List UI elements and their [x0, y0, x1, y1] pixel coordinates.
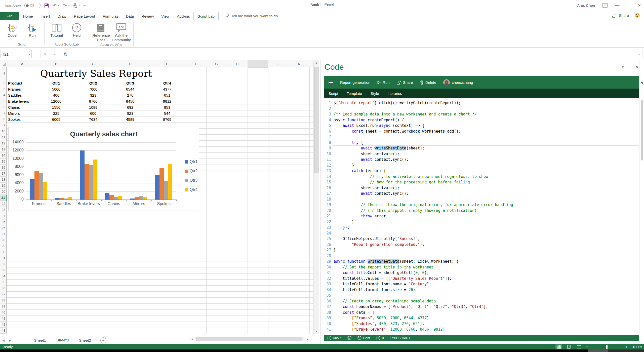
code-line[interactable]: 38 const data = [	[320, 310, 639, 316]
code-text[interactable]: titleCell.format.font.size = 26;	[334, 287, 415, 293]
line-number[interactable]: 28	[320, 253, 331, 259]
code-text[interactable]: async function createReport() {	[334, 117, 404, 123]
cell-C4[interactable]: 323	[75, 92, 112, 98]
run-button[interactable]: Run	[377, 80, 390, 85]
column-header-F[interactable]: F	[186, 60, 207, 67]
code-button[interactable]: {Code	[3, 21, 22, 42]
ribbon-tab-formulas[interactable]: Formulas	[99, 12, 122, 20]
ribbon-tab-add-ins[interactable]: Add-ins	[173, 12, 194, 20]
code-text[interactable]: const titleCell = sheet.getCell(0, 0);	[334, 270, 429, 276]
feedback-smiley-icon[interactable]	[634, 13, 640, 18]
row-header-32[interactable]: 32	[0, 261, 7, 267]
row-header-22[interactable]: 22	[0, 201, 7, 207]
scroll-up-icon[interactable]: ▲	[314, 61, 319, 64]
code-text[interactable]: });	[334, 225, 349, 230]
row-header-3[interactable]: 3	[0, 86, 7, 92]
help-button[interactable]: ?Help	[67, 21, 86, 42]
line-number[interactable]: 13	[320, 168, 331, 174]
code-text[interactable]: await context.sync();	[334, 191, 409, 197]
ribbon-tab-review[interactable]: Review	[138, 12, 157, 20]
line-number[interactable]: 29	[320, 259, 331, 264]
code-line[interactable]: 5 await Excel.run(async (context) => {	[320, 123, 639, 129]
code-text[interactable]: await Excel.run(async (context) => {	[334, 123, 424, 129]
code-line[interactable]: 35	[320, 293, 639, 298]
reference-docs-button[interactable]: Reference Docs	[92, 21, 111, 42]
code-line[interactable]: 16 sheet.activate();	[320, 185, 639, 191]
cell-C2[interactable]: Qtr2	[75, 80, 112, 86]
vscroll-thumb[interactable]	[314, 67, 319, 173]
code-text[interactable]: // Set the report title in the worksheet	[334, 264, 433, 270]
pane-tab-libraries[interactable]: Libraries	[388, 89, 402, 98]
column-header-K[interactable]: K	[289, 60, 310, 67]
code-text[interactable]: // Try to activate the new sheet regardl…	[334, 174, 488, 180]
sheet-tab-sheet3[interactable]: Sheet3	[51, 336, 74, 344]
cell-E5[interactable]: 9812	[149, 98, 186, 104]
cell-E3[interactable]: 4377	[149, 86, 186, 92]
row-header-28[interactable]: 28	[0, 237, 7, 243]
code-line[interactable]: 24	[320, 230, 639, 236]
row-header-18[interactable]: 18	[0, 177, 7, 183]
code-line[interactable]: 4async function createReport() {	[320, 117, 639, 123]
ribbon-tab-script-lab[interactable]: Script Lab	[193, 12, 219, 20]
zoom-slider-thumb[interactable]	[606, 345, 608, 349]
row-header-38[interactable]: 38	[0, 297, 7, 303]
delete-snippet-button[interactable]: Delete	[420, 80, 436, 85]
code-text[interactable]: const sheet = context.workbook.worksheet…	[334, 129, 461, 134]
code-text[interactable]: catch (error) {	[334, 168, 386, 174]
zoom-slider[interactable]	[591, 347, 623, 347]
line-number[interactable]: 38	[320, 310, 331, 316]
row-header-13[interactable]: 13	[0, 146, 7, 152]
code-text[interactable]: }	[334, 219, 354, 225]
page-break-preview-icon[interactable]	[576, 344, 582, 349]
row-header-12[interactable]: 12	[0, 140, 7, 146]
line-number[interactable]: 11	[320, 157, 331, 163]
code-text[interactable]: // (in this snippet, simply showing a no…	[334, 208, 477, 214]
code-editor[interactable]: 1$("#create-report").click(() => tryCatc…	[320, 98, 639, 335]
row-header-23[interactable]: 23	[0, 207, 7, 213]
code-text[interactable]: throw error;	[334, 213, 388, 219]
row-header-1[interactable]: 1	[0, 67, 7, 80]
row-header-14[interactable]: 14	[0, 152, 7, 159]
cell-B8[interactable]: 6005	[38, 116, 75, 122]
code-text[interactable]: // Create an array containing sample dat…	[334, 298, 436, 304]
line-number[interactable]: 32	[320, 276, 331, 282]
zoom-in-icon[interactable]: +	[625, 344, 628, 349]
pane-scroll-thumb[interactable]	[641, 100, 643, 161]
hscroll-track[interactable]	[195, 337, 305, 341]
code-line[interactable]: 22 }	[320, 219, 639, 225]
cell-E6[interactable]: 853	[149, 104, 186, 110]
row-header-39[interactable]: 39	[0, 303, 7, 309]
line-number[interactable]: 33	[320, 281, 331, 287]
code-line[interactable]: 33 titleCell.format.font.name = "Century…	[320, 281, 639, 287]
name-box-caret-icon[interactable]: ▾	[29, 53, 30, 56]
pane-collapse-icon[interactable]: ◀	[640, 81, 642, 84]
code-line[interactable]: 28	[320, 253, 639, 259]
code-text[interactable]: sheet.activate();	[334, 185, 399, 191]
row-header-25[interactable]: 25	[0, 219, 7, 225]
sheet-tab-sheet2[interactable]: Sheet2	[74, 336, 96, 344]
row-header-35[interactable]: 35	[0, 279, 7, 285]
ribbon-tab-home[interactable]: Home	[19, 12, 37, 20]
close-button[interactable]: ×	[638, 2, 641, 9]
cell-B3[interactable]: 5000	[38, 86, 75, 92]
code-line[interactable]: 34 titleCell.format.font.size = 26;	[320, 287, 639, 293]
about-button[interactable]: i About	[327, 336, 341, 340]
column-header-G[interactable]: G	[206, 60, 227, 67]
line-number[interactable]: 22	[320, 219, 331, 225]
code-line[interactable]: 31 const titleCell = sheet.getCell(0, 0)…	[320, 270, 639, 276]
row-header-40[interactable]: 40	[0, 309, 7, 316]
name-box[interactable]: I21 ▾	[1, 50, 32, 58]
row-header-4[interactable]: 4	[0, 92, 7, 98]
code-line[interactable]: 32 titleCell.values = [["Quarterly Sales…	[320, 276, 639, 282]
confirm-entry-icon[interactable]: ✓	[51, 52, 60, 57]
code-line[interactable]: 19 // Then re-throw the original error, …	[320, 202, 639, 208]
cell-D4[interactable]: 276	[112, 92, 149, 98]
line-number[interactable]: 14	[320, 174, 331, 180]
cell-B4[interactable]: 400	[38, 92, 75, 98]
share-snippet-button[interactable]: Share	[397, 80, 413, 85]
line-number[interactable]: 37	[320, 304, 331, 310]
column-header-H[interactable]: H	[227, 60, 248, 67]
cell-E4[interactable]: 651	[149, 92, 186, 98]
cell-E8[interactable]: 8765	[149, 116, 186, 122]
code-text[interactable]: ["Brake levers", 12000, 8766, 8456, 9812…	[334, 327, 447, 332]
